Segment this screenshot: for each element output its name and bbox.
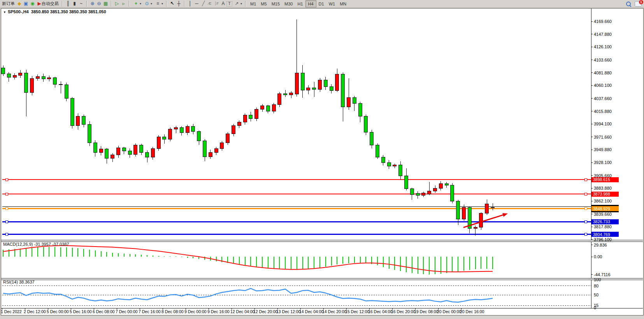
arrows-icon: ↗ bbox=[233, 1, 240, 7]
new-order-button[interactable]: 新订单 bbox=[1, 0, 16, 7]
autotrading-label: 自动交易 bbox=[42, 1, 59, 7]
date-label: 14 Dec 04:00 bbox=[299, 309, 323, 314]
rsi-axis-label: 0 bbox=[594, 305, 596, 310]
macd-axis-label: -44.7116 bbox=[594, 272, 611, 277]
indicators-button[interactable]: +▾ bbox=[132, 0, 142, 7]
time-axis-line bbox=[1, 308, 643, 308]
date-label: 19 Dec 08:00 bbox=[414, 309, 438, 314]
market-watch-icon[interactable]: ◆ bbox=[16, 1, 23, 7]
main-toolbar: 新订单 ◆ ▣ ◉ ▶ 自动交易 ║ ▮ ~ ⊕ ⊖ ▦ ▷ ▹ bbox=[0, 0, 644, 8]
toolbar-separator bbox=[129, 1, 130, 7]
price-tick-label: 4147.880 bbox=[594, 32, 612, 37]
zoom-out-icon[interactable]: ⊖ bbox=[96, 1, 102, 7]
text-icon[interactable]: A bbox=[220, 1, 226, 7]
price-tick-label: 4169.660 bbox=[594, 19, 612, 24]
mt4-application: 新订单 ◆ ▣ ◉ ▶ 自动交易 ║ ▮ ~ ⊕ ⊖ ▦ ▷ ▹ bbox=[0, 0, 644, 319]
price-tick-label: 4015.880 bbox=[594, 109, 612, 114]
price-tick-label: 4103.660 bbox=[594, 58, 612, 62]
search-icon[interactable] bbox=[626, 2, 631, 6]
timeframe-d1[interactable]: D1 bbox=[316, 1, 326, 7]
periods-button[interactable]: ⊙▾ bbox=[142, 0, 153, 7]
notification-badge: 1 bbox=[639, 0, 643, 4]
macd-panel-separator[interactable] bbox=[1, 240, 643, 242]
timeframe-m30[interactable]: M30 bbox=[282, 1, 295, 7]
crosshair-icon[interactable]: ┼ bbox=[175, 1, 182, 7]
autotrading-button[interactable]: ▶ 自动交易 bbox=[36, 0, 60, 7]
fibonacci-icon[interactable]: ∕E bbox=[207, 1, 213, 7]
trendline-icon[interactable]: ╱ bbox=[200, 1, 207, 7]
pointer-group: ↖ ┼ bbox=[168, 0, 183, 7]
templates-icon: ≡ bbox=[154, 1, 161, 7]
date-label: 20 Dec 16:00 bbox=[460, 309, 484, 314]
collapse-triangle-icon[interactable]: ▼ bbox=[3, 11, 6, 14]
zoom-in-icon[interactable]: ⊕ bbox=[89, 1, 96, 7]
macd-indicator-label: MACD(12,26,9) -31.3957 -37.0387 bbox=[3, 242, 69, 247]
objects-group: +▾ ⊙▾ ≡▾ bbox=[131, 0, 165, 7]
auto-scroll-icon[interactable]: ▷ bbox=[114, 1, 120, 7]
channel-icon[interactable]: ┆F bbox=[213, 1, 220, 7]
line-chart-icon[interactable]: ~ bbox=[78, 1, 84, 7]
macd-axis-label: 29.836 bbox=[594, 243, 607, 247]
price-tick-label: 3928.100 bbox=[594, 160, 612, 165]
bar-chart-icon[interactable]: ║ bbox=[65, 1, 71, 7]
timeframe-m1[interactable]: M1 bbox=[248, 1, 258, 7]
drawing-group: │ ─ ╱ ∕E ┆F A T ↗▾ bbox=[186, 0, 244, 7]
timeframe-m15[interactable]: M15 bbox=[269, 1, 282, 7]
price-tick-label: 3839.660 bbox=[594, 212, 612, 217]
rsi-axis-label: 100 bbox=[594, 277, 601, 282]
news-icon[interactable]: ◉ bbox=[29, 1, 36, 7]
trade-group: 新订单 ◆ ▣ ◉ ▶ 自动交易 bbox=[0, 0, 61, 7]
timeframe-h4[interactable]: H4 bbox=[305, 0, 316, 7]
zoom-group: ⊕ ⊖ ▦ bbox=[88, 0, 110, 7]
toolbar-separator bbox=[111, 1, 112, 7]
templates-button[interactable]: ≡▾ bbox=[153, 0, 164, 7]
candlestick-chart-icon[interactable]: ▮ bbox=[71, 1, 78, 7]
toolbar-right-group: 1 bbox=[626, 0, 642, 7]
price-tick-label: 4126.100 bbox=[594, 44, 612, 49]
price-tick-label: 3817.880 bbox=[594, 224, 612, 229]
vertical-line-icon[interactable]: │ bbox=[187, 1, 193, 7]
line-price-flag: 3873.988 bbox=[591, 192, 619, 197]
chart-window-title: ▼SP500-,H4 3850.850 3851.350 3850.350 38… bbox=[3, 9, 106, 14]
date-label: 8 Dec 08:00 bbox=[161, 309, 184, 314]
price-tick-label: 4081.880 bbox=[594, 70, 612, 75]
timeframe-h1[interactable]: H1 bbox=[295, 1, 305, 7]
rsi-axis-label: 80 bbox=[594, 284, 598, 288]
date-label: 15 Dec 12:00 bbox=[345, 309, 369, 314]
arrows-button[interactable]: ↗▾ bbox=[232, 0, 243, 7]
autotrading-icon: ▶ bbox=[37, 1, 42, 7]
timeframe-m5[interactable]: M5 bbox=[258, 1, 269, 7]
new-order-label: 新订单 bbox=[2, 1, 15, 7]
timeframe-w1[interactable]: W1 bbox=[326, 1, 338, 7]
date-label: 12 Dec 04:00 bbox=[230, 309, 254, 314]
price-tick-label: 4060.100 bbox=[594, 83, 612, 88]
toolbar-separator bbox=[245, 1, 246, 7]
rsi-panel-separator[interactable] bbox=[1, 278, 643, 280]
timeframe-group: M1M5M15M30H1H4D1W1MN bbox=[247, 0, 349, 7]
macd-axis-label: 0.00 bbox=[594, 254, 602, 259]
date-label: 16 Dec 20:00 bbox=[391, 309, 415, 314]
data-window-icon[interactable]: ▣ bbox=[23, 1, 29, 7]
price-tick-label: 4037.660 bbox=[594, 96, 612, 101]
text-label-icon[interactable]: T bbox=[226, 1, 232, 7]
date-label: 20 Dec 00:00 bbox=[437, 309, 461, 314]
cursor-icon[interactable]: ↖ bbox=[169, 1, 175, 7]
tile-windows-icon[interactable]: ▦ bbox=[102, 1, 109, 7]
price-tick-label: 3994.100 bbox=[594, 122, 612, 126]
chart-symbol-period: SP500-,H4 bbox=[8, 9, 29, 14]
toolbar-separator bbox=[86, 1, 87, 7]
notification-icon[interactable]: 1 bbox=[635, 1, 642, 7]
chart-window[interactable] bbox=[1, 8, 644, 315]
timeframe-mn[interactable]: MN bbox=[337, 1, 349, 7]
toolbar-separator bbox=[166, 1, 167, 7]
date-label: 2 Dec 12:00 bbox=[24, 309, 46, 314]
date-label: 16 Dec 04:00 bbox=[368, 309, 392, 314]
chart-shift-icon[interactable]: ▹ bbox=[120, 1, 127, 7]
horizontal-line-icon[interactable]: ─ bbox=[193, 1, 200, 7]
date-label: 12 Dec 20:00 bbox=[253, 309, 277, 314]
price-tick-label: 3796.100 bbox=[594, 237, 612, 242]
toolbar-separator bbox=[184, 1, 185, 7]
line-price-flag: 3848.929 bbox=[591, 206, 619, 211]
rsi-indicator-label: RSI(14) 38.3637 bbox=[3, 280, 35, 284]
line-price-flag: 3826.733 bbox=[591, 219, 619, 224]
